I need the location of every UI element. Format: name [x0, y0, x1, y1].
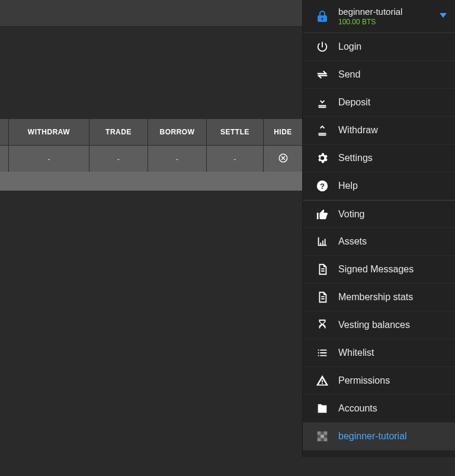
- menu-label: Whitelist: [338, 348, 374, 358]
- menu-label: Help: [338, 181, 358, 191]
- col-settle-header: SETTLE: [207, 119, 264, 145]
- menu-vesting[interactable]: Vesting balances: [303, 311, 455, 339]
- download-icon: [315, 95, 330, 110]
- menu-membership[interactable]: Membership stats: [303, 284, 455, 311]
- power-icon: [315, 40, 330, 54]
- svg-rect-5: [318, 432, 321, 435]
- menu-signed-messages[interactable]: Signed Messages: [303, 256, 455, 284]
- account-info: beginner-tutorial 100.00 BTS: [338, 7, 447, 26]
- col-trade-header: TRADE: [89, 119, 148, 145]
- account-sidebar: beginner-tutorial 100.00 BTS Login Send …: [302, 0, 455, 457]
- col-spacer: [0, 119, 9, 145]
- menu-label: Membership stats: [338, 292, 413, 303]
- menu-login[interactable]: Login: [303, 33, 455, 61]
- menu-label: Send: [338, 69, 360, 80]
- chart-icon: [315, 234, 330, 249]
- hide-button[interactable]: [264, 146, 302, 172]
- document-icon: [315, 262, 330, 276]
- menu-label: Permissions: [338, 375, 390, 386]
- svg-rect-1: [322, 18, 323, 20]
- spacer: [0, 27, 302, 118]
- menu-whitelist[interactable]: Whitelist: [303, 339, 455, 367]
- document-icon: [315, 290, 330, 304]
- menu-withdraw[interactable]: Withdraw: [303, 117, 455, 144]
- menu-send[interactable]: Send: [303, 61, 455, 89]
- menu-label: Assets: [338, 236, 367, 247]
- menu-voting[interactable]: Voting: [303, 200, 455, 228]
- list-icon: [315, 346, 330, 360]
- menu-label: Settings: [338, 153, 373, 163]
- top-bar: [0, 0, 302, 27]
- svg-rect-7: [321, 435, 324, 438]
- account-balance: 100.00 BTS: [338, 18, 447, 26]
- menu-help[interactable]: ? Help: [303, 172, 455, 200]
- warning-icon: [315, 374, 330, 388]
- menu-assets[interactable]: Assets: [303, 228, 455, 256]
- upload-icon: [315, 123, 330, 137]
- menu-current-account[interactable]: beginner-tutorial: [303, 423, 455, 451]
- gear-icon: [315, 151, 330, 165]
- col-hide-header: HIDE: [264, 119, 302, 145]
- cell-borrow[interactable]: -: [148, 146, 207, 172]
- cell-withdraw[interactable]: -: [9, 146, 89, 172]
- menu-permissions[interactable]: Permissions: [303, 367, 455, 395]
- transfer-icon: [315, 67, 330, 82]
- folder-icon: [315, 401, 330, 416]
- account-name: beginner-tutorial: [338, 7, 447, 17]
- svg-rect-8: [318, 438, 321, 442]
- menu-label: Voting: [338, 209, 364, 220]
- main-content: WITHDRAW TRADE BORROW SETTLE HIDE - - - …: [0, 0, 302, 476]
- table-header-row: WITHDRAW TRADE BORROW SETTLE HIDE: [0, 118, 302, 145]
- col-withdraw-header: WITHDRAW: [9, 119, 89, 145]
- sidebar-menu: Login Send Deposit Withdraw Settings ? H…: [303, 33, 455, 451]
- menu-settings[interactable]: Settings: [303, 144, 455, 172]
- menu-label: Vesting balances: [338, 320, 410, 330]
- menu-accounts[interactable]: Accounts: [303, 395, 455, 423]
- thumbs-up-icon: [315, 207, 330, 221]
- hourglass-icon: [315, 318, 330, 332]
- asset-table: WITHDRAW TRADE BORROW SETTLE HIDE - - - …: [0, 118, 302, 191]
- menu-label: Login: [338, 41, 361, 52]
- menu-label: Deposit: [338, 97, 370, 108]
- table-row: - - - -: [0, 145, 302, 172]
- table-footer: [0, 172, 302, 191]
- cell-settle[interactable]: -: [207, 146, 264, 172]
- lock-icon[interactable]: [312, 9, 332, 24]
- menu-label: beginner-tutorial: [338, 431, 407, 442]
- account-header[interactable]: beginner-tutorial 100.00 BTS: [303, 0, 455, 33]
- chevron-down-icon[interactable]: [440, 13, 447, 18]
- svg-text:?: ?: [320, 182, 325, 191]
- menu-label: Signed Messages: [338, 264, 414, 275]
- cell-trade[interactable]: -: [89, 146, 148, 172]
- svg-rect-6: [324, 432, 328, 435]
- menu-deposit[interactable]: Deposit: [303, 89, 455, 117]
- col-borrow-header: BORROW: [148, 119, 207, 145]
- avatar-icon: [315, 429, 330, 443]
- help-icon: ?: [315, 179, 330, 193]
- menu-label: Accounts: [338, 403, 377, 414]
- menu-label: Withdraw: [338, 125, 378, 136]
- svg-rect-9: [324, 438, 328, 442]
- row-spacer: [0, 146, 9, 172]
- close-circle-icon: [278, 153, 289, 165]
